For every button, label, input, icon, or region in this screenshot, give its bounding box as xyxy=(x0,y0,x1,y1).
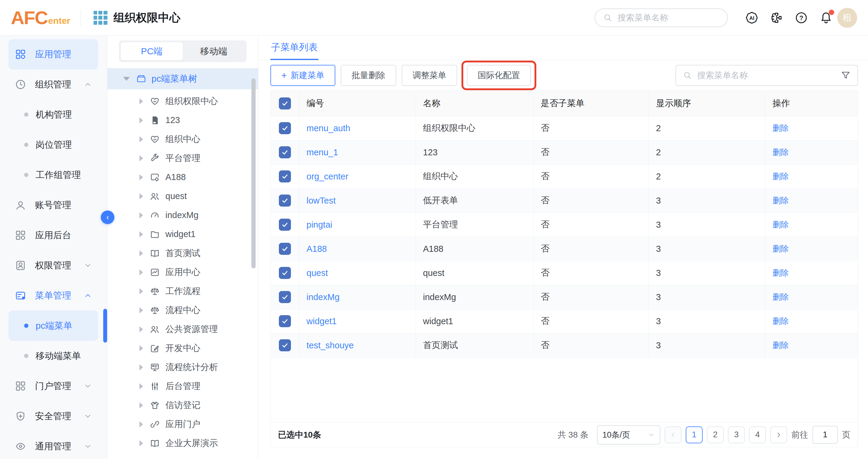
menu-id-link[interactable]: org_center xyxy=(307,172,349,181)
caret-right-icon[interactable] xyxy=(140,440,143,446)
menu-id-link[interactable]: widget1 xyxy=(307,316,337,326)
delete-link[interactable]: 删除 xyxy=(773,293,789,302)
afcenter-logo[interactable]: AFC enter xyxy=(11,8,70,27)
tree-item[interactable]: 首页测试 xyxy=(107,244,258,263)
plugin-puzzle-icon[interactable] xyxy=(770,11,783,25)
sidebar-collapse-button[interactable]: ‹ xyxy=(101,210,114,224)
filter-funnel-icon[interactable] xyxy=(840,70,851,80)
row-checkbox[interactable] xyxy=(279,339,291,351)
row-checkbox[interactable] xyxy=(279,315,291,327)
sidebar-item[interactable]: 账号管理 xyxy=(8,190,98,220)
tree-item[interactable]: 应用门户 xyxy=(107,415,258,434)
help-icon[interactable]: ? xyxy=(794,11,808,25)
row-checkbox[interactable] xyxy=(279,291,291,303)
caret-right-icon[interactable] xyxy=(140,269,143,275)
caret-right-icon[interactable] xyxy=(140,402,143,408)
tab-submenu-list[interactable]: 子菜单列表 xyxy=(271,36,318,60)
row-checkbox[interactable] xyxy=(279,267,291,279)
tree-item[interactable]: 组织中心 xyxy=(107,130,258,149)
delete-link[interactable]: 删除 xyxy=(773,124,789,133)
menu-id-link[interactable]: lowTest xyxy=(307,196,336,205)
page-number-button[interactable]: 2 xyxy=(707,426,724,443)
menu-id-link[interactable]: quest xyxy=(307,268,328,278)
sidebar-item[interactable]: 应用后台 xyxy=(8,220,98,250)
row-checkbox[interactable] xyxy=(279,243,291,255)
sidebar-item[interactable]: 权限管理 xyxy=(8,250,98,281)
tree-root-node[interactable]: pc端菜单树 xyxy=(107,68,258,89)
page-number-button[interactable]: 4 xyxy=(749,426,766,443)
caret-right-icon[interactable] xyxy=(140,421,143,427)
menu-id-link[interactable]: pingtai xyxy=(307,220,332,230)
next-page-button[interactable] xyxy=(770,426,787,443)
tree-item[interactable]: 企业大屏演示 xyxy=(107,434,258,453)
sidebar-item[interactable]: pc端菜单 xyxy=(8,310,98,341)
create-menu-button[interactable]: + 新建菜单 xyxy=(271,65,335,86)
caret-right-icon[interactable] xyxy=(140,117,143,123)
caret-right-icon[interactable] xyxy=(140,231,143,237)
menu-id-link[interactable]: test_shouye xyxy=(307,340,354,350)
caret-right-icon[interactable] xyxy=(140,212,143,218)
row-checkbox[interactable] xyxy=(279,219,291,231)
tree-item[interactable]: 平台管理 xyxy=(107,149,258,168)
tree-item[interactable]: quest xyxy=(107,187,258,206)
caret-right-icon[interactable] xyxy=(140,136,143,142)
sidebar-item[interactable]: 工作组管理 xyxy=(8,160,98,190)
adjust-menu-button[interactable]: 调整菜单 xyxy=(402,65,457,86)
delete-link[interactable]: 删除 xyxy=(773,148,789,157)
header-search-input[interactable]: 搜索菜单名称 xyxy=(595,8,728,27)
tab-pc[interactable]: PC端 xyxy=(121,42,183,60)
sidebar-item[interactable]: 安全管理 xyxy=(8,401,98,431)
delete-link[interactable]: 删除 xyxy=(773,172,789,181)
tree-item[interactable]: 流程中心 xyxy=(107,301,258,320)
page-size-select[interactable]: 10条/页 xyxy=(597,425,660,445)
avatar[interactable]: 租 xyxy=(837,8,857,28)
i18n-config-button[interactable]: 国际化配置 xyxy=(467,65,531,86)
row-checkbox[interactable] xyxy=(279,122,291,134)
tree-item[interactable]: 开发中心 xyxy=(107,339,258,358)
sidebar-item[interactable]: 岗位管理 xyxy=(8,130,98,160)
tree-item[interactable]: 公共资源管理 xyxy=(107,320,258,339)
delete-link[interactable]: 删除 xyxy=(773,268,789,277)
menu-id-link[interactable]: menu_1 xyxy=(307,147,338,157)
page-number-button[interactable]: 1 xyxy=(686,426,703,443)
caret-right-icon[interactable] xyxy=(140,250,143,256)
delete-link[interactable]: 删除 xyxy=(773,220,789,229)
sidebar-item[interactable]: 菜单管理 xyxy=(8,281,98,310)
caret-right-icon[interactable] xyxy=(140,345,143,351)
tree-scrollbar[interactable] xyxy=(251,78,256,268)
row-checkbox[interactable] xyxy=(279,146,291,158)
tab-mobile[interactable]: 移动端 xyxy=(183,42,245,60)
caret-right-icon[interactable] xyxy=(140,326,143,332)
notification-bell-icon[interactable] xyxy=(819,11,833,25)
caret-right-icon[interactable] xyxy=(140,98,143,104)
page-number-button[interactable]: 3 xyxy=(728,426,745,443)
caret-right-icon[interactable] xyxy=(140,364,143,370)
delete-link[interactable]: 删除 xyxy=(773,244,789,253)
menu-id-link[interactable]: A188 xyxy=(307,244,327,254)
goto-page-input[interactable]: 1 xyxy=(812,426,838,444)
select-all-checkbox[interactable] xyxy=(279,97,291,109)
caret-right-icon[interactable] xyxy=(140,307,143,313)
tree-item[interactable]: 信访登记 xyxy=(107,396,258,415)
prev-page-button[interactable] xyxy=(664,426,681,443)
sidebar-item[interactable]: 机构管理 xyxy=(8,100,98,130)
row-checkbox[interactable] xyxy=(279,170,291,183)
table-search-input[interactable]: 搜索菜单名称 xyxy=(676,65,858,86)
tree-item[interactable]: indexMg xyxy=(107,206,258,225)
tree-item[interactable]: 流程统计分析 xyxy=(107,358,258,377)
sidebar-item[interactable]: 移动端菜单 xyxy=(8,341,98,371)
menu-id-link[interactable]: indexMg xyxy=(307,292,340,302)
caret-right-icon[interactable] xyxy=(140,193,143,199)
caret-right-icon[interactable] xyxy=(140,155,143,161)
caret-right-icon[interactable] xyxy=(140,383,143,389)
sidebar-item[interactable]: 应用管理 xyxy=(8,39,98,69)
delete-link[interactable]: 删除 xyxy=(773,317,789,326)
delete-link[interactable]: 删除 xyxy=(773,341,789,350)
caret-right-icon[interactable] xyxy=(140,288,143,294)
tree-item[interactable]: 工作流程 xyxy=(107,282,258,301)
tree-item[interactable]: widget1 xyxy=(107,225,258,244)
sidebar-item[interactable]: 门户管理 xyxy=(8,371,98,401)
tree-item[interactable]: 123 xyxy=(107,111,258,130)
tree-item[interactable]: 组织权限中心 xyxy=(107,92,258,111)
caret-down-icon[interactable] xyxy=(123,77,130,81)
